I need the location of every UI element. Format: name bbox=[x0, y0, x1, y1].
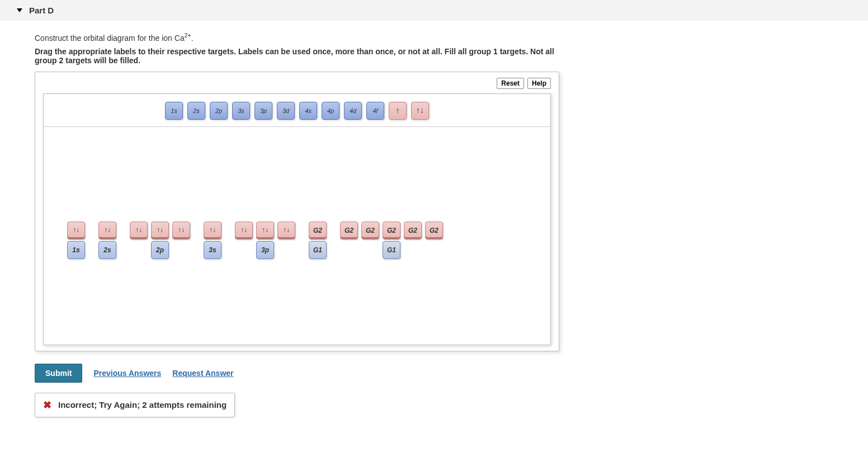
slot-g2-b2[interactable]: G2 bbox=[361, 222, 379, 239]
slot-g2-b3[interactable]: G2 bbox=[383, 222, 400, 239]
request-answer-link[interactable]: Request Answer bbox=[172, 369, 233, 378]
caret-down-icon bbox=[17, 8, 22, 12]
slot-3s-label[interactable]: 3s bbox=[204, 241, 221, 259]
prompt-line-1: Construct the orbital diagram for the io… bbox=[35, 32, 559, 43]
palette-tile-4f[interactable]: 4f bbox=[366, 102, 384, 120]
palette-tile-3s[interactable]: 3s bbox=[232, 102, 250, 120]
slot-3p-e1[interactable]: ↑↓ bbox=[235, 222, 253, 239]
ion-base: Ca bbox=[174, 34, 185, 43]
palette-tile-2p[interactable]: 2p bbox=[210, 102, 228, 120]
incorrect-x-icon: ✖ bbox=[43, 399, 51, 411]
prompt-suffix: . bbox=[191, 34, 194, 43]
slot-1s-label[interactable]: 1s bbox=[67, 241, 85, 259]
canvas: 1s 2s 2p 3s 3p 3d 4s 4p 4d 4f ↑ ↑↓ ↑↓ bbox=[43, 93, 551, 345]
slot-g2-b1[interactable]: G2 bbox=[340, 222, 358, 239]
prompt-line-2: Drag the appropriate labels to their res… bbox=[35, 47, 559, 65]
cluster-2p: ↑↓ ↑↓ ↑↓ 2p bbox=[130, 222, 190, 259]
palette-tile-3p[interactable]: 3p bbox=[254, 102, 272, 120]
cluster-2s: ↑↓ 2s bbox=[98, 222, 116, 259]
feedback-text: Incorrect; Try Again; 2 attempts remaini… bbox=[58, 400, 227, 410]
palette-tile-arrow-pair[interactable]: ↑↓ bbox=[411, 102, 429, 120]
slot-2p-e2[interactable]: ↑↓ bbox=[151, 222, 169, 239]
slot-3s-e[interactable]: ↑↓ bbox=[204, 222, 221, 239]
tools-row: Reset Help bbox=[43, 78, 551, 89]
palette-tile-4d[interactable]: 4d bbox=[344, 102, 362, 120]
palette-tile-3d[interactable]: 3d bbox=[277, 102, 295, 120]
reset-button[interactable]: Reset bbox=[497, 78, 524, 89]
slot-2p-e1[interactable]: ↑↓ bbox=[130, 222, 148, 239]
slot-1s-e[interactable]: ↑↓ bbox=[67, 222, 85, 239]
palette-tile-arrow-up[interactable]: ↑ bbox=[389, 102, 407, 120]
prompt-prefix: Construct the orbital diagram for the io… bbox=[35, 34, 174, 43]
cluster-g-five: G2 G2 G2 G2 G2 G1 bbox=[340, 222, 443, 259]
part-header[interactable]: Part D bbox=[0, 0, 868, 21]
palette-tile-2s[interactable]: 2s bbox=[187, 102, 205, 120]
palette-tile-1s[interactable]: 1s bbox=[165, 102, 183, 120]
slot-g1-b[interactable]: G1 bbox=[383, 241, 400, 259]
actions-row: Submit Previous Answers Request Answer bbox=[35, 364, 559, 383]
previous-answers-link[interactable]: Previous Answers bbox=[93, 369, 161, 378]
answer-area: ↑↓ 1s ↑↓ 2s ↑↓ ↑↓ ↑↓ bbox=[67, 222, 443, 259]
cluster-3s: ↑↓ 3s bbox=[204, 222, 221, 259]
slot-3p-e3[interactable]: ↑↓ bbox=[277, 222, 295, 239]
palette-row: 1s 2s 2p 3s 3p 3d 4s 4p 4d 4f ↑ ↑↓ bbox=[44, 94, 550, 127]
submit-button[interactable]: Submit bbox=[35, 364, 82, 383]
cluster-1s: ↑↓ 1s bbox=[67, 222, 85, 259]
ion-superscript: 2+ bbox=[185, 32, 191, 39]
slot-2p-label[interactable]: 2p bbox=[151, 241, 169, 259]
slot-2p-e3[interactable]: ↑↓ bbox=[172, 222, 190, 239]
part-title: Part D bbox=[29, 6, 54, 15]
palette-tile-4p[interactable]: 4p bbox=[322, 102, 339, 120]
feedback-box: ✖ Incorrect; Try Again; 2 attempts remai… bbox=[35, 393, 235, 417]
slot-g1-a[interactable]: G1 bbox=[309, 241, 327, 259]
slot-2s-e[interactable]: ↑↓ bbox=[98, 222, 116, 239]
slot-3p-label[interactable]: 3p bbox=[256, 241, 274, 259]
palette-tile-4s[interactable]: 4s bbox=[299, 102, 317, 120]
content-area: Construct the orbital diagram for the io… bbox=[0, 21, 570, 429]
workspace: Reset Help 1s 2s 2p 3s 3p 3d 4s 4p 4d 4f… bbox=[35, 72, 559, 351]
slot-2s-label[interactable]: 2s bbox=[98, 241, 116, 259]
cluster-g-single: G2 G1 bbox=[309, 222, 327, 259]
slot-g2-a[interactable]: G2 bbox=[309, 222, 327, 239]
slot-g2-b5[interactable]: G2 bbox=[425, 222, 443, 239]
cluster-3p: ↑↓ ↑↓ ↑↓ 3p bbox=[235, 222, 295, 259]
slot-3p-e2[interactable]: ↑↓ bbox=[256, 222, 274, 239]
slot-g2-b4[interactable]: G2 bbox=[404, 222, 422, 239]
help-button[interactable]: Help bbox=[527, 78, 551, 89]
